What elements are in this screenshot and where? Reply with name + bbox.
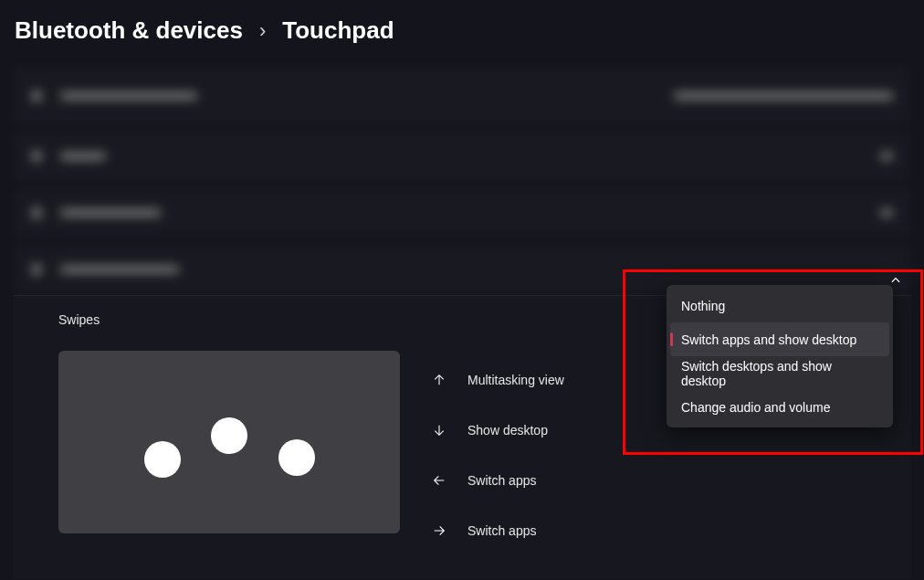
swipe-actions-list: Multitasking view Show desktop Switch ap… bbox=[431, 351, 564, 555]
swipe-right-label: Switch apps bbox=[467, 523, 536, 538]
dropdown-option[interactable]: Change audio and volume bbox=[670, 390, 889, 424]
breadcrumb-parent[interactable]: Bluetooth & devices bbox=[15, 16, 243, 45]
arrow-up-icon bbox=[431, 372, 447, 388]
swipe-up-row[interactable]: Multitasking view bbox=[431, 354, 564, 405]
swipe-left-row[interactable]: Switch apps bbox=[431, 455, 564, 505]
swipe-down-label: Show desktop bbox=[467, 423, 548, 438]
dropdown-option[interactable]: Switch desktops and show desktop bbox=[670, 356, 889, 390]
dropdown-option[interactable]: Nothing bbox=[670, 289, 889, 322]
swipe-left-label: Switch apps bbox=[467, 473, 536, 488]
finger-dot-icon bbox=[211, 417, 247, 454]
setting-row-blurred[interactable] bbox=[13, 67, 911, 125]
breadcrumb: Bluetooth & devices › Touchpad bbox=[0, 0, 924, 67]
finger-dot-icon bbox=[278, 439, 315, 476]
breadcrumb-separator-icon: › bbox=[259, 19, 266, 43]
dropdown-option[interactable]: Switch apps and show desktop bbox=[670, 322, 889, 356]
finger-dot-icon bbox=[144, 441, 181, 478]
touchpad-preview bbox=[58, 351, 400, 533]
arrow-down-icon bbox=[431, 422, 447, 438]
swipe-up-label: Multitasking view bbox=[467, 373, 564, 387]
arrow-right-icon bbox=[431, 522, 447, 539]
swipe-right-row[interactable]: Switch apps bbox=[431, 505, 564, 555]
setting-row-blurred[interactable] bbox=[13, 131, 911, 182]
swipe-down-row[interactable]: Show desktop bbox=[431, 405, 564, 455]
swipe-options-dropdown[interactable]: NothingSwitch apps and show desktopSwitc… bbox=[667, 285, 893, 427]
setting-row-blurred[interactable] bbox=[13, 187, 911, 238]
arrow-left-icon bbox=[431, 472, 447, 489]
breadcrumb-current: Touchpad bbox=[282, 16, 394, 45]
chevron-up-icon[interactable] bbox=[889, 274, 902, 290]
